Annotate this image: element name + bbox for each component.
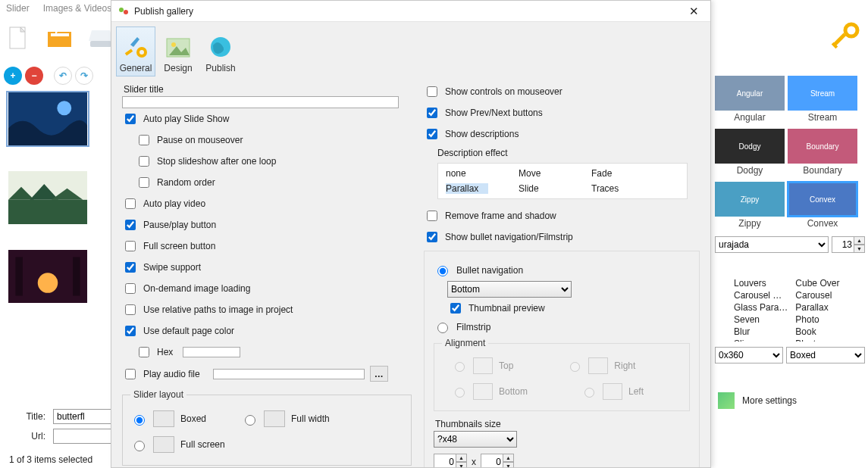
list-item[interactable]: Seven [734, 314, 788, 325]
bullet-pos-combo[interactable]: Bottom [447, 281, 572, 298]
radio-bullet-nav[interactable] [437, 266, 448, 276]
chk-hex[interactable] [139, 347, 149, 357]
rotate-left-button[interactable]: ↶ [54, 67, 72, 85]
open-folder-icon[interactable] [45, 23, 75, 53]
chk-fullscreen[interactable] [125, 241, 136, 251]
effects-list[interactable]: LouversCarousel …Glass Para…SevenBlurSli… [715, 277, 865, 342]
thumb-h-spinner[interactable]: ▲▼ [481, 454, 514, 467]
list-item[interactable]: Photo [795, 314, 839, 325]
list-item[interactable]: Louvers [734, 278, 788, 289]
font-combo[interactable]: urajada [715, 236, 829, 253]
list-item[interactable]: Book [795, 326, 839, 337]
chk-remove-frame[interactable] [427, 211, 437, 221]
effect-fade[interactable]: Fade [591, 168, 634, 179]
chk-pause-btn[interactable] [125, 220, 136, 230]
close-button[interactable]: ✕ [683, 5, 704, 18]
chk-on-demand-label: On-demand image loading [143, 283, 250, 294]
radio-full-width[interactable] [245, 415, 255, 426]
more-settings-button[interactable]: More settings [715, 392, 865, 409]
chk-thumb-preview[interactable] [450, 303, 461, 314]
effect-parallax[interactable]: Parallax [446, 183, 488, 194]
chk-swipe[interactable] [125, 262, 136, 273]
thumbnail-item[interactable] [6, 91, 89, 147]
template-angular[interactable]: AngularAngular [715, 76, 785, 126]
spin-down[interactable]: ▼ [854, 245, 865, 253]
layout-combo[interactable]: Boxed [786, 347, 865, 363]
bg-tab-slider[interactable]: Slider [6, 3, 30, 15]
template-zippy[interactable]: ZippyZippy [715, 182, 785, 232]
list-item[interactable]: Blur [734, 326, 788, 337]
slider-title-input[interactable] [122, 96, 399, 108]
list-item[interactable]: Parallax [795, 302, 839, 313]
title-label: Title: [8, 411, 45, 422]
bg-tab-images[interactable]: Images & Videos [43, 3, 112, 15]
template-dodgy[interactable]: DodgyDodgy [715, 129, 785, 179]
chk-pause-mouse[interactable] [139, 135, 149, 145]
template-stream[interactable]: StreamStream [788, 76, 857, 126]
chk-pause-btn-label: Pause/play button [143, 220, 216, 230]
effect-traces[interactable]: Traces [591, 183, 634, 194]
key-icon[interactable] [829, 21, 860, 55]
tab-publish[interactable]: Publish [201, 27, 240, 76]
tab-general-label: General [120, 63, 152, 73]
svg-point-20 [119, 8, 124, 12]
font-size-spinner[interactable]: ▲▼ [832, 236, 865, 253]
chk-auto-video[interactable] [125, 198, 136, 209]
radio-full-screen[interactable] [134, 441, 145, 451]
tab-general[interactable]: General [116, 27, 155, 76]
list-item[interactable]: Cube Over [795, 278, 839, 289]
spin-up[interactable]: ▲ [503, 454, 514, 462]
spin-up[interactable]: ▲ [854, 236, 865, 245]
list-item[interactable]: Slices [734, 339, 788, 342]
chk-auto-play[interactable] [125, 114, 136, 124]
chk-stop-loop[interactable] [139, 156, 149, 167]
slider-layout-legend: Slider layout [130, 389, 186, 400]
chk-on-demand[interactable] [125, 283, 136, 294]
radio-filmstrip[interactable] [437, 323, 448, 333]
svg-rect-11 [8, 200, 87, 224]
chk-rel-paths[interactable] [125, 304, 136, 315]
chk-thumb-preview-label: Thumbnail preview [468, 303, 545, 314]
list-item[interactable]: Carousel [795, 290, 839, 301]
chk-show-bullet[interactable] [427, 232, 437, 242]
new-file-icon[interactable] [4, 23, 34, 53]
effect-none[interactable]: none [446, 168, 488, 179]
thumb-w-input[interactable] [434, 454, 456, 467]
chk-default-color[interactable] [125, 326, 136, 336]
thumbnail-item[interactable] [6, 170, 89, 226]
list-item[interactable]: Blast [795, 339, 839, 342]
chk-show-desc[interactable] [427, 129, 437, 139]
thumb-size-combo[interactable]: ?x48 [434, 431, 517, 448]
thumb-w-spinner[interactable]: ▲▼ [434, 454, 467, 467]
template-boundary[interactable]: BoundaryBoundary [788, 129, 857, 179]
chk-auto-play-label: Auto play Slide Show [143, 114, 229, 124]
effect-slide[interactable]: Slide [519, 183, 561, 194]
chk-random[interactable] [139, 177, 149, 188]
desc-effect-list[interactable]: noneMoveFadeParallaxSlideTraces [437, 163, 688, 199]
chk-show-prev[interactable] [427, 108, 437, 118]
list-item[interactable]: Glass Para… [734, 302, 788, 313]
add-button[interactable]: + [4, 67, 22, 85]
align-bottom-label: Bottom [499, 386, 528, 397]
thumbnail-item[interactable] [6, 248, 89, 304]
spin-up[interactable]: ▲ [456, 454, 467, 462]
size-combo[interactable]: 0x360 [715, 347, 783, 363]
radio-full-width-label: Full width [291, 413, 330, 424]
list-item[interactable]: Carousel … [734, 290, 788, 301]
font-size-input[interactable] [832, 236, 854, 253]
thumb-h-input[interactable] [481, 454, 503, 467]
align-left-icon [603, 383, 622, 400]
template-convex[interactable]: ConvexConvex [788, 182, 857, 232]
remove-button[interactable]: − [25, 67, 43, 85]
hex-input[interactable] [183, 347, 240, 357]
spin-down[interactable]: ▼ [503, 462, 514, 467]
chk-play-audio[interactable] [125, 369, 136, 379]
chk-show-ctrl[interactable] [427, 86, 437, 97]
spin-down[interactable]: ▼ [456, 462, 467, 467]
tab-design[interactable]: Design [158, 27, 198, 76]
rotate-right-button[interactable]: ↷ [75, 67, 93, 85]
audio-path-input[interactable] [213, 369, 365, 379]
radio-boxed[interactable] [134, 415, 145, 426]
audio-browse-button[interactable]: … [370, 366, 388, 382]
effect-move[interactable]: Move [519, 168, 561, 179]
